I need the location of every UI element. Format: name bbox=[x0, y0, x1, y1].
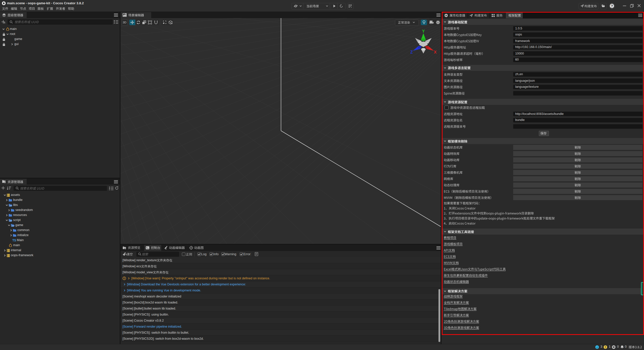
svg-text:X: X bbox=[434, 50, 437, 54]
svg-text:Y: Y bbox=[422, 29, 425, 33]
svg-text:Z: Z bbox=[410, 50, 413, 54]
svg-text:?: ? bbox=[611, 4, 613, 8]
